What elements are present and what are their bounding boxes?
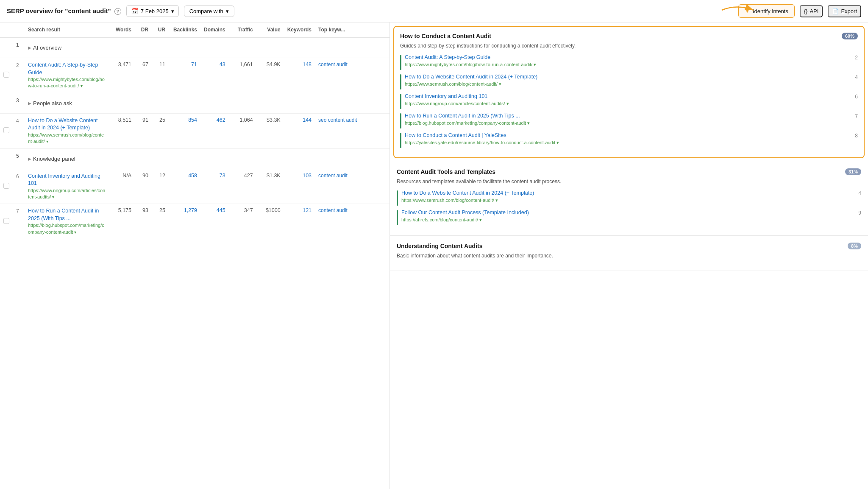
intent-item-title[interactable]: How to Do a Website Content Audit in 202… (405, 73, 851, 81)
intent-item-content: Content Audit: A Step-by-Step Guide http… (405, 54, 851, 68)
row-keywords[interactable]: 144 (284, 113, 315, 148)
chevron-down-icon: ▾ (171, 8, 174, 14)
result-url[interactable]: https://blog.hubspot.com/marketing/compa… (28, 222, 106, 235)
row-traffic: 427 (229, 169, 256, 204)
row-num: 6 (13, 169, 25, 204)
th-traffic[interactable]: Traffic (229, 22, 256, 37)
intent-header: Content Audit Tools and Templates 31% (397, 168, 861, 175)
expand-icon[interactable]: ▶ (28, 156, 31, 161)
row-result: Content Inventory and Auditing 101 https… (25, 169, 109, 204)
intent-item-title[interactable]: How to Run a Content Audit in 2025 (With… (405, 112, 851, 120)
result-url[interactable]: https://www.mightybytes.com/blog/how-to-… (28, 76, 106, 89)
th-ur[interactable]: UR (152, 22, 169, 37)
row-domains[interactable]: 445 (200, 204, 229, 239)
intent-item-num: 6 (855, 93, 858, 100)
row-num: 4 (13, 113, 25, 148)
intent-section-title: Understanding Content Audits (397, 243, 848, 249)
row-words: 8,511 (109, 113, 135, 148)
list-item: How to Conduct a Content Audit | YaleSit… (400, 132, 858, 148)
th-topkeyword[interactable]: Top keyw... (315, 22, 389, 37)
row-backlinks[interactable]: 458 (169, 169, 200, 204)
header: SERP overview for "content audit" ? 📅 7 … (0, 0, 868, 22)
row-value: $1.3K (256, 169, 284, 204)
intent-item-title[interactable]: Content Inventory and Auditing 101 (405, 93, 851, 101)
result-link[interactable]: How to Run a Content Audit in 2025 (With… (28, 207, 106, 222)
table-row: 7 How to Run a Content Audit in 2025 (Wi… (0, 204, 389, 239)
row-keywords[interactable]: 121 (284, 204, 315, 239)
intent-section-title: How to Conduct a Content Audit (400, 33, 842, 39)
row-check (0, 37, 13, 58)
table-row: 4 How to Do a Website Content Audit in 2… (0, 113, 389, 148)
help-icon[interactable]: ? (114, 8, 121, 15)
serp-table: Search result Words DR UR Backlinks Doma… (0, 22, 389, 239)
intent-item-title[interactable]: How to Conduct a Content Audit | YaleSit… (405, 132, 851, 140)
table-row: 6 Content Inventory and Auditing 101 htt… (0, 169, 389, 204)
expand-icon[interactable]: ▶ (28, 45, 31, 50)
intent-item-title[interactable]: How to Do a Website Content Audit in 202… (401, 190, 855, 197)
row-num: 7 (13, 204, 25, 239)
row-backlinks[interactable]: 71 (169, 58, 200, 93)
row-backlinks[interactable]: 854 (169, 113, 200, 148)
date-picker-button[interactable]: 📅 7 Feb 2025 ▾ (126, 5, 179, 17)
api-icon: {} (804, 8, 808, 14)
intent-item-bar (400, 55, 401, 70)
th-dr[interactable]: DR (135, 22, 152, 37)
intent-item-num: 7 (855, 112, 858, 119)
intent-item-num: 8 (855, 132, 858, 139)
compare-with-button[interactable]: Compare with ▾ (184, 6, 234, 17)
intent-item-url: https://www.semrush.com/blog/content-aud… (405, 81, 851, 87)
intent-item-bar (400, 74, 401, 89)
th-value[interactable]: Value (256, 22, 284, 37)
row-num: 3 (13, 93, 25, 113)
row-ur: 11 (152, 58, 169, 93)
result-link[interactable]: Content Audit: A Step-by-Step Guide (28, 61, 106, 76)
row-domains[interactable]: 73 (200, 169, 229, 204)
row-check (0, 148, 13, 169)
intent-item-title[interactable]: Follow Our Content Audit Process (Templa… (401, 209, 855, 217)
intent-badge: 8% (848, 243, 861, 249)
row-backlinks[interactable]: 1,279 (169, 204, 200, 239)
th-words[interactable]: Words (109, 22, 135, 37)
row-keywords[interactable]: 148 (284, 58, 315, 93)
date-label: 7 Feb 2025 (141, 8, 169, 14)
intent-section-understanding: Understanding Content Audits 8% Basic in… (390, 236, 868, 271)
intent-item-url: https://www.mightybytes.com/blog/how-to-… (405, 61, 851, 68)
result-url[interactable]: https://www.semrush.com/blog/content-aud… (28, 132, 106, 145)
table-row: 5 ▶ Knowledge panel (0, 148, 389, 169)
th-domains[interactable]: Domains (200, 22, 229, 37)
row-check[interactable] (0, 58, 13, 93)
row-check[interactable] (0, 113, 13, 148)
result-link[interactable]: Content Inventory and Auditing 101 (28, 173, 106, 187)
row-keywords[interactable]: 103 (284, 169, 315, 204)
calendar-icon: 📅 (131, 8, 138, 14)
row-result: How to Run a Content Audit in 2025 (With… (25, 204, 109, 239)
row-num: 5 (13, 148, 25, 169)
intent-desc: Basic information about what content aud… (397, 252, 861, 260)
row-result: How to Do a Website Content Audit in 202… (25, 113, 109, 148)
intent-item-num: 4 (858, 190, 861, 196)
result-url[interactable]: https://www.nngroup.com/articles/content… (28, 187, 106, 201)
row-check[interactable] (0, 169, 13, 204)
intent-item-content: How to Run a Content Audit in 2025 (With… (405, 112, 851, 126)
intent-item-bar (400, 133, 401, 148)
result-link[interactable]: How to Do a Website Content Audit in 202… (28, 117, 106, 132)
row-domains[interactable]: 43 (200, 58, 229, 93)
expand-icon[interactable]: ▶ (28, 101, 31, 106)
th-keywords[interactable]: Keywords (284, 22, 315, 37)
row-check[interactable] (0, 204, 13, 239)
row-dr: 93 (135, 204, 152, 239)
table-header-row: Search result Words DR UR Backlinks Doma… (0, 22, 389, 37)
header-actions: ✦ Identify intents {} API 📄 Export (738, 4, 861, 18)
row-traffic: 1,661 (229, 58, 256, 93)
intent-badge: 60% (842, 33, 858, 39)
intent-section-tools-templates: Content Audit Tools and Templates 31% Re… (390, 162, 868, 236)
th-backlinks[interactable]: Backlinks (169, 22, 200, 37)
api-button[interactable]: {} API (800, 5, 823, 17)
intent-item-title[interactable]: Content Audit: A Step-by-Step Guide (405, 54, 851, 61)
export-button[interactable]: 📄 Export (828, 5, 861, 17)
intent-item-bar (400, 113, 401, 129)
page-title: SERP overview for "content audit" ? (7, 7, 121, 15)
row-domains[interactable]: 462 (200, 113, 229, 148)
th-search-result[interactable]: Search result (25, 22, 109, 37)
intent-item-bar (397, 210, 398, 225)
